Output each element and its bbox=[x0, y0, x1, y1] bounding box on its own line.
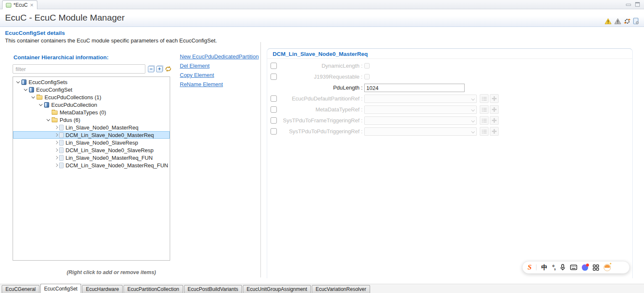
ime-language-mode-button[interactable]: 中 bbox=[541, 264, 547, 272]
ime-keyboard-button[interactable] bbox=[570, 264, 577, 270]
action-links: New EcucPduDedicatedPartitionDel Element… bbox=[180, 53, 259, 87]
list-icon bbox=[482, 119, 487, 123]
maximize-icon[interactable] bbox=[635, 2, 640, 7]
refresh-sync-button[interactable] bbox=[165, 66, 172, 72]
action-link[interactable]: Copy Element bbox=[180, 72, 259, 78]
tree-item[interactable]: Pdus (6) bbox=[13, 116, 170, 124]
ime-punctuation-button[interactable]: °, bbox=[552, 264, 555, 271]
minimize-icon[interactable] bbox=[626, 4, 631, 6]
document-icon bbox=[59, 155, 63, 161]
chevron-down-icon[interactable] bbox=[38, 102, 44, 107]
close-icon[interactable]: ✕ bbox=[30, 3, 34, 8]
bottom-tab-ecuchardware[interactable]: EcucHardware bbox=[82, 285, 123, 293]
module-icon bbox=[44, 102, 49, 108]
tree-item[interactable]: EcucConfigSet bbox=[13, 86, 170, 93]
param-row: PduLength : bbox=[267, 82, 632, 93]
list-select-button bbox=[480, 116, 489, 125]
chevron-right-icon[interactable] bbox=[53, 125, 59, 130]
tree-item[interactable]: Lin_Slave_Node0_SlaveResp bbox=[13, 139, 170, 146]
action-link[interactable]: Del Element bbox=[180, 63, 259, 69]
folder-icon bbox=[52, 118, 58, 122]
ime-logo[interactable]: S bbox=[528, 263, 531, 272]
tree-item-label: EcucConfigSet bbox=[36, 87, 72, 93]
sync-arrows-icon bbox=[165, 66, 172, 72]
param-combo bbox=[364, 116, 477, 125]
expand-all-button[interactable]: + bbox=[156, 66, 163, 72]
param-row: MetaDataTypeRef : bbox=[267, 104, 632, 115]
bottom-tab-ecucconfigset[interactable]: EcucConfigSet bbox=[40, 284, 81, 293]
chevron-right-icon[interactable] bbox=[53, 148, 59, 153]
chevron-down-icon[interactable] bbox=[31, 95, 37, 100]
chevron-right-icon[interactable] bbox=[53, 163, 59, 168]
tree-item[interactable]: MetaDataTypes (0) bbox=[13, 108, 170, 116]
ime-apps-button[interactable] bbox=[593, 264, 599, 271]
tree-item-label: MetaDataTypes (0) bbox=[60, 109, 106, 116]
chevron-down-icon bbox=[472, 108, 474, 111]
bottom-tab-ecucgeneral[interactable]: EcuCGeneral bbox=[2, 285, 39, 293]
chevron-down-icon[interactable] bbox=[46, 117, 52, 122]
chevron-right-icon[interactable] bbox=[53, 140, 59, 145]
tree-item-label: Pdus (6) bbox=[60, 117, 80, 123]
editor-tab-ecuc[interactable]: *EcuC ✕ bbox=[2, 0, 37, 9]
ime-skin-button[interactable] bbox=[582, 264, 588, 271]
action-link[interactable]: ReName Element bbox=[180, 81, 259, 87]
bottom-tab-ecucvariationresolver[interactable]: EcucVariationResolver bbox=[312, 285, 370, 293]
param-label: J1939Requestable : bbox=[271, 71, 363, 82]
tree-item[interactable]: EcucPduCollections (1) bbox=[13, 93, 170, 101]
generate-doc-icon[interactable] bbox=[633, 18, 639, 24]
microphone-icon bbox=[560, 264, 565, 271]
chevron-down-icon bbox=[472, 130, 474, 133]
chevron-down-icon[interactable] bbox=[16, 79, 21, 84]
plus-icon bbox=[492, 118, 497, 123]
param-row: SysTPduToFrameTriggeringRef : bbox=[267, 115, 632, 126]
chevron-down-icon[interactable] bbox=[23, 87, 29, 92]
tree-item[interactable]: Lin_Slave_Node0_MasterReq bbox=[13, 124, 170, 131]
tree-item[interactable]: Lin_Slave_Node0_MasterReq_FUN bbox=[13, 154, 170, 161]
filter-buttons: − + bbox=[148, 66, 172, 72]
pdulength-input[interactable] bbox=[364, 84, 465, 92]
document-icon bbox=[59, 132, 63, 138]
param-checkbox bbox=[364, 74, 370, 79]
model-sync-icon[interactable] bbox=[624, 18, 631, 24]
document-icon bbox=[59, 163, 63, 168]
list-icon bbox=[482, 129, 487, 134]
bottom-tab-ecucpostbuildvariants[interactable]: EcucPostBuildVariants bbox=[184, 285, 242, 293]
bottom-tab-ecucunitgroupassignment[interactable]: EcucUnitGroupAssignment bbox=[243, 285, 311, 293]
page-header: EcuC - EcuC Module Manager bbox=[0, 9, 644, 27]
document-icon bbox=[59, 140, 63, 145]
tree-item-label: EcucConfigSets bbox=[29, 79, 68, 85]
tree-item[interactable]: DCM_Lin_Slave_Node0_SlaveResp bbox=[13, 146, 170, 154]
ime-emoji-button[interactable] bbox=[604, 264, 611, 271]
folder-icon bbox=[37, 95, 42, 100]
chevron-right-icon bbox=[46, 110, 52, 115]
tree-item-label: DCM_Lin_Slave_Node0_MasterReq_FUN bbox=[66, 162, 168, 169]
add-reference-button bbox=[490, 127, 499, 136]
list-select-button bbox=[480, 105, 489, 114]
param-label: PduLength : bbox=[271, 82, 363, 93]
filter-input[interactable] bbox=[13, 64, 145, 74]
action-link[interactable]: New EcucPduDedicatedPartition bbox=[180, 53, 259, 60]
add-reference-button bbox=[490, 116, 499, 125]
view-controls bbox=[626, 2, 640, 7]
detail-panel: DCM_Lin_Slave_Node0_MasterReq DynamicLen… bbox=[267, 48, 633, 278]
section-title: EcucConfigSet details bbox=[5, 30, 65, 36]
tree-item-label: DCM_Lin_Slave_Node0_MasterReq bbox=[66, 132, 154, 138]
collapse-all-button[interactable]: − bbox=[148, 66, 154, 72]
chevron-right-icon[interactable] bbox=[53, 132, 59, 137]
document-icon bbox=[59, 148, 63, 153]
detail-titlebar: DCM_Lin_Slave_Node0_MasterReq bbox=[267, 49, 632, 59]
param-row: DynamicLength : bbox=[267, 61, 632, 71]
chevron-down-icon bbox=[472, 98, 474, 100]
section-description: This container containers the EcuC modul… bbox=[5, 37, 217, 44]
tree-item[interactable]: EcucPduCollection bbox=[13, 101, 170, 108]
warning-yellow-icon bbox=[605, 18, 612, 24]
tree-item-label: EcucPduCollections (1) bbox=[45, 94, 101, 100]
tree-item[interactable]: DCM_Lin_Slave_Node0_MasterReq bbox=[13, 131, 170, 139]
param-row: SysTPduToPduTriggeringRef : bbox=[267, 126, 632, 137]
chevron-right-icon[interactable] bbox=[53, 155, 59, 160]
detail-panel-title: DCM_Lin_Slave_Node0_MasterReq bbox=[273, 51, 368, 57]
tree-item[interactable]: EcucConfigSets bbox=[13, 78, 170, 86]
bottom-tab-ecucpartitioncollection[interactable]: EcucPartitionCollection bbox=[124, 285, 183, 293]
ime-mic-button[interactable] bbox=[560, 264, 565, 271]
tree-item[interactable]: DCM_Lin_Slave_Node0_MasterReq_FUN bbox=[13, 161, 170, 169]
